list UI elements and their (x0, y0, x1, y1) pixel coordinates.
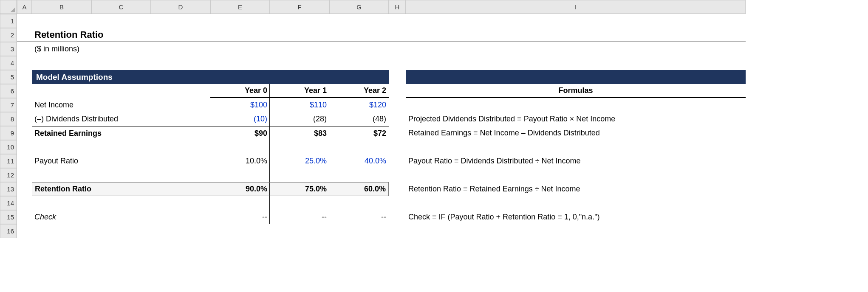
cell[interactable] (210, 56, 270, 70)
row-header-16[interactable]: 16 (0, 224, 17, 238)
cell[interactable] (329, 196, 389, 210)
cell[interactable] (389, 154, 406, 168)
value-net-income-y1[interactable]: $110 (270, 98, 329, 112)
cell[interactable] (91, 56, 151, 70)
row-header-15[interactable]: 15 (0, 210, 17, 224)
cell[interactable] (32, 196, 91, 210)
cell[interactable] (389, 14, 406, 28)
row-header-13[interactable]: 13 (0, 182, 17, 196)
row-header-1[interactable]: 1 (0, 14, 17, 28)
col-header-A[interactable]: A (17, 0, 32, 14)
cell[interactable] (17, 98, 32, 112)
cell[interactable] (17, 224, 32, 238)
row-header-5[interactable]: 5 (0, 70, 17, 84)
cell[interactable] (17, 140, 32, 154)
cell[interactable] (91, 196, 151, 210)
cell[interactable] (151, 168, 210, 182)
row-header-8[interactable]: 8 (0, 112, 17, 126)
col-header-D[interactable]: D (151, 0, 210, 14)
spreadsheet-grid[interactable]: A B C D E F G H I 1 2 Retention Ratio 3 … (0, 0, 868, 238)
row-header-14[interactable]: 14 (0, 196, 17, 210)
cell[interactable] (91, 224, 151, 238)
select-all-corner[interactable] (0, 0, 17, 14)
cell[interactable] (32, 14, 91, 28)
cell[interactable] (389, 168, 406, 182)
cell[interactable] (406, 42, 746, 56)
cell[interactable] (270, 196, 329, 210)
cell[interactable] (17, 126, 32, 140)
cell[interactable] (406, 98, 746, 112)
cell[interactable] (270, 14, 329, 28)
cell[interactable] (329, 56, 389, 70)
cell[interactable] (151, 84, 210, 98)
cell[interactable] (210, 28, 270, 42)
row-header-12[interactable]: 12 (0, 168, 17, 182)
row-header-7[interactable]: 7 (0, 98, 17, 112)
cell[interactable] (17, 70, 32, 84)
cell[interactable] (17, 168, 32, 182)
cell[interactable] (329, 224, 389, 238)
cell[interactable] (389, 140, 406, 154)
row-header-6[interactable]: 6 (0, 84, 17, 98)
cell[interactable] (389, 98, 406, 112)
cell[interactable] (151, 140, 210, 154)
cell[interactable] (151, 56, 210, 70)
cell[interactable] (17, 112, 32, 126)
cell[interactable] (406, 56, 746, 70)
cell[interactable] (210, 14, 270, 28)
cell[interactable] (151, 196, 210, 210)
row-header-10[interactable]: 10 (0, 140, 17, 154)
row-header-3[interactable]: 3 (0, 42, 17, 56)
value-payout-y2[interactable]: 40.0% (329, 154, 389, 168)
cell[interactable] (389, 210, 406, 224)
value-retention-y1[interactable]: 75.0% (270, 182, 329, 196)
cell[interactable] (17, 42, 32, 56)
value-check-y0[interactable]: -- (210, 210, 270, 224)
cell[interactable] (17, 28, 32, 42)
cell[interactable] (329, 168, 389, 182)
value-net-income-y2[interactable]: $120 (329, 98, 389, 112)
cell[interactable] (17, 182, 32, 196)
cell[interactable] (270, 168, 329, 182)
value-dividends-y1[interactable]: (28) (270, 112, 329, 126)
value-retention-y0[interactable]: 90.0% (210, 182, 270, 196)
row-header-9[interactable]: 9 (0, 126, 17, 140)
value-retained-y0[interactable]: $90 (210, 126, 270, 140)
cell[interactable] (32, 140, 91, 154)
col-header-B[interactable]: B (32, 0, 91, 14)
cell[interactable] (32, 56, 91, 70)
cell[interactable] (329, 14, 389, 28)
col-header-C[interactable]: C (91, 0, 151, 14)
value-dividends-y0[interactable]: (10) (210, 112, 270, 126)
value-retained-y1[interactable]: $83 (270, 126, 329, 140)
col-header-E[interactable]: E (210, 0, 270, 14)
cell[interactable] (210, 140, 270, 154)
col-header-G[interactable]: G (329, 0, 389, 14)
cell[interactable] (210, 42, 270, 56)
cell[interactable] (91, 140, 151, 154)
cell[interactable] (151, 224, 210, 238)
cell[interactable] (389, 28, 406, 42)
cell[interactable] (210, 224, 270, 238)
cell[interactable] (270, 140, 329, 154)
value-net-income-y0[interactable]: $100 (210, 98, 270, 112)
col-header-H[interactable]: H (389, 0, 406, 14)
cell[interactable] (329, 28, 389, 42)
cell[interactable] (17, 210, 32, 224)
cell[interactable] (406, 196, 746, 210)
cell[interactable] (389, 84, 406, 98)
value-payout-y0[interactable]: 10.0% (210, 154, 270, 168)
cell[interactable] (210, 196, 270, 210)
cell[interactable] (151, 14, 210, 28)
cell[interactable] (91, 84, 151, 98)
cell[interactable] (389, 112, 406, 126)
cell[interactable] (91, 168, 151, 182)
col-header-I[interactable]: I (406, 0, 746, 14)
cell[interactable] (270, 28, 329, 42)
row-header-11[interactable]: 11 (0, 154, 17, 168)
value-retention-y2[interactable]: 60.0% (329, 182, 389, 196)
row-header-4[interactable]: 4 (0, 56, 17, 70)
value-dividends-y2[interactable]: (48) (329, 112, 389, 126)
cell[interactable] (406, 168, 746, 182)
cell[interactable] (17, 196, 32, 210)
